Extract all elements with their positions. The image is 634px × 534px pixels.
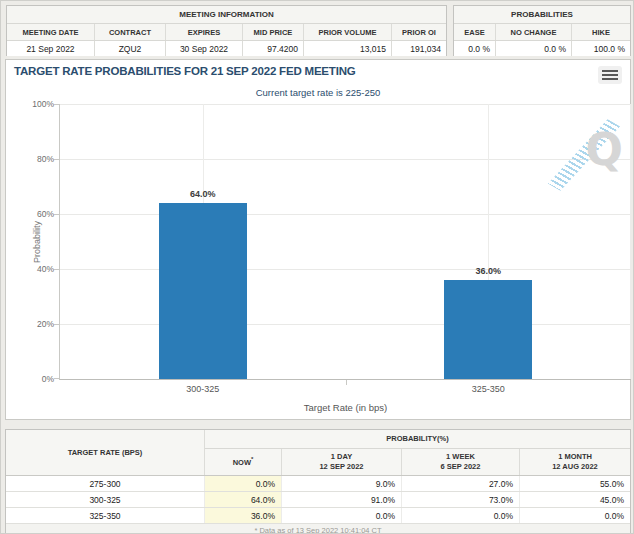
- cell-1-month: 55.0%: [520, 476, 630, 491]
- col-header-contract: CONTRACT: [95, 24, 166, 40]
- value-contract: ZQU2: [95, 41, 166, 56]
- value-expires: 30 Sep 2022: [166, 41, 243, 56]
- bar-300-325[interactable]: [159, 203, 247, 379]
- vgridline-right: [630, 104, 631, 379]
- probability-history-table: TARGET RATE (BPS) PROBABILITY(%) NOW* 1 …: [5, 429, 631, 534]
- col-header-prior-volume: PRIOR VOLUME: [304, 24, 392, 40]
- sub-header-row: NOW* 1 DAY 12 SEP 2022 1 WEEK 6 SEP 2022…: [205, 449, 630, 475]
- group-header-probability: PROBABILITY(%): [205, 430, 630, 449]
- value-prior-volume: 13,015: [304, 41, 392, 56]
- cell-now: 36.0%: [205, 508, 282, 523]
- value-meeting-date: 21 Sep 2022: [7, 41, 95, 56]
- col-header-expires: EXPIRES: [166, 24, 243, 40]
- col-header-ease: EASE: [454, 24, 496, 40]
- x-tickmark: [630, 380, 631, 385]
- x-tickmark: [346, 380, 347, 385]
- y-tickmark: [54, 269, 59, 270]
- bar-value-label: 36.0%: [438, 266, 538, 276]
- table-row-325-350: 325-350 36.0% 0.0% 0.0% 0.0%: [6, 508, 630, 524]
- bar-value-label: 64.0%: [153, 189, 253, 199]
- meeting-information-table: MEETING INFORMATION MEETING DATE CONTRAC…: [6, 5, 447, 56]
- y-tickmark: [54, 159, 59, 160]
- ytick-60: 60%: [16, 209, 54, 219]
- col-header-prior-oi: PRIOR OI: [392, 24, 446, 40]
- x-axis-title: Target Rate (in bps): [60, 402, 631, 413]
- plot-area: Probability Q 64.0%: [59, 104, 631, 380]
- col-header-meeting-date: MEETING DATE: [7, 24, 95, 40]
- probabilities-value-row: 0.0 % 0.0 % 100.0 %: [454, 41, 630, 56]
- value-ease: 0.0 %: [454, 41, 496, 56]
- cell-1-month: 45.0%: [520, 492, 630, 507]
- y-tickmark: [54, 214, 59, 215]
- cell-rate: 275-300: [6, 476, 205, 491]
- cell-rate: 300-325: [6, 492, 205, 507]
- y-tickmark: [54, 324, 59, 325]
- now-asterisk: *: [251, 456, 253, 462]
- table-row-300-325: 300-325 64.0% 91.0% 73.0% 45.0%: [6, 492, 630, 508]
- chart-hamburger-menu-icon[interactable]: [598, 66, 622, 84]
- value-no-change: 0.0 %: [496, 41, 572, 56]
- ytick-40: 40%: [16, 264, 54, 274]
- probabilities-header-row: EASE NO CHANGE HIKE: [454, 24, 630, 41]
- col-header-1-day: 1 DAY 12 SEP 2022: [282, 449, 402, 475]
- y-axis-title: Probability: [32, 220, 42, 262]
- x-category-label: 325-350: [428, 384, 548, 394]
- col-header-mid-price: MID PRICE: [243, 24, 304, 40]
- value-prior-oi: 191,034: [392, 41, 446, 56]
- table-header: TARGET RATE (BPS) PROBABILITY(%) NOW* 1 …: [6, 430, 630, 476]
- fedwatch-page: MEETING INFORMATION MEETING DATE CONTRAC…: [0, 0, 634, 534]
- target-rate-chart-panel: TARGET RATE PROBABILITIES FOR 21 SEP 202…: [5, 59, 631, 420]
- cell-1-day: 9.0%: [282, 476, 402, 491]
- meeting-information-title: MEETING INFORMATION: [7, 6, 446, 24]
- meeting-information-value-row: 21 Sep 2022 ZQU2 30 Sep 2022 97.4200 13,…: [7, 41, 446, 56]
- ytick-0: 0%: [16, 374, 54, 384]
- gridline-60: [60, 214, 631, 215]
- gridline-100: [60, 104, 631, 105]
- y-tickmark: [54, 378, 59, 379]
- cell-1-week: 0.0%: [402, 508, 520, 523]
- logo-q-letter: Q: [586, 128, 623, 172]
- data-as-of-footnote: * Data as of 13 Sep 2022 10:41:04 CT: [6, 524, 630, 534]
- probabilities-table: PROBABILITIES EASE NO CHANGE HIKE 0.0 % …: [453, 5, 631, 56]
- ytick-100: 100%: [16, 99, 54, 109]
- cell-1-month: 0.0%: [520, 508, 630, 523]
- table-row-275-300: 275-300 0.0% 9.0% 27.0% 55.0%: [6, 476, 630, 492]
- value-hike: 100.0 %: [572, 41, 630, 56]
- gridline-40: [60, 269, 631, 270]
- y-tickmark: [54, 104, 59, 105]
- x-category-label: 300-325: [143, 384, 263, 394]
- col-header-hike: HIKE: [572, 24, 630, 40]
- cell-1-week: 27.0%: [402, 476, 520, 491]
- quikstrike-logo-watermark: Q: [561, 112, 625, 202]
- cell-1-day: 0.0%: [282, 508, 402, 523]
- col-header-target-rate-bps: TARGET RATE (BPS): [6, 430, 205, 475]
- col-header-now: NOW*: [205, 449, 282, 475]
- chart-subtitle: Current target rate is 225-250: [6, 87, 630, 98]
- col-header-1-week: 1 WEEK 6 SEP 2022: [402, 449, 520, 475]
- gridline-80: [60, 159, 631, 160]
- cell-1-day: 91.0%: [282, 492, 402, 507]
- meeting-information-header-row: MEETING DATE CONTRACT EXPIRES MID PRICE …: [7, 24, 446, 41]
- gridline-20: [60, 324, 631, 325]
- cell-now: 0.0%: [205, 476, 282, 491]
- ytick-80: 80%: [16, 154, 54, 164]
- col-header-1-month: 1 MONTH 12 AUG 2022: [520, 449, 630, 475]
- col-header-no-change: NO CHANGE: [496, 24, 572, 40]
- cell-rate: 325-350: [6, 508, 205, 523]
- chart-title: TARGET RATE PROBABILITIES FOR 21 SEP 202…: [14, 65, 356, 77]
- probabilities-title: PROBABILITIES: [454, 6, 630, 24]
- cell-now: 64.0%: [205, 492, 282, 507]
- ytick-20: 20%: [16, 319, 54, 329]
- value-mid-price: 97.4200: [243, 41, 304, 56]
- cell-1-week: 73.0%: [402, 492, 520, 507]
- bar-325-350[interactable]: [444, 280, 532, 379]
